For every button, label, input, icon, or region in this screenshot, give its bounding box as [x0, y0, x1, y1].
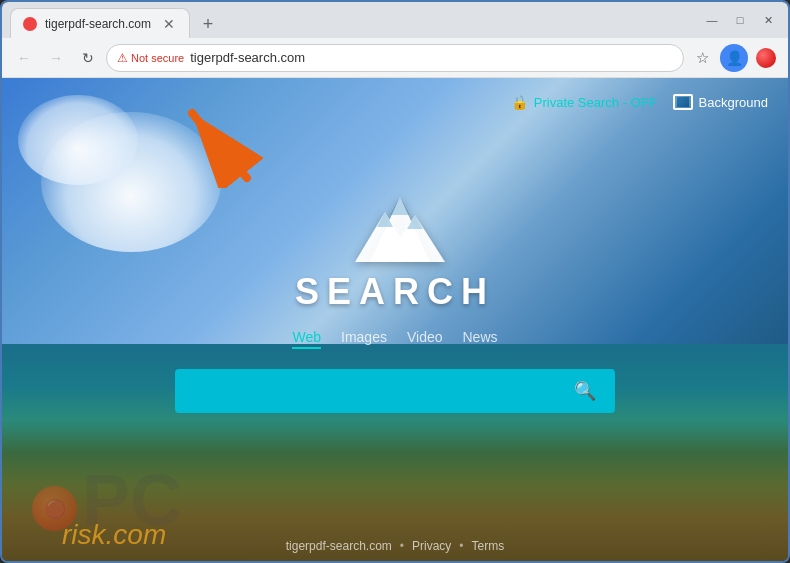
search-button[interactable]: 🔍: [569, 375, 601, 407]
footer-dot-1: •: [400, 539, 404, 553]
tab-favicon: [23, 17, 37, 31]
svg-marker-5: [390, 197, 410, 215]
footer-link-privacy[interactable]: Privacy: [412, 539, 451, 553]
page-footer: tigerpdf-search.com • Privacy • Terms: [286, 539, 504, 553]
cloud-2: [18, 95, 138, 185]
tab-title: tigerpdf-search.com: [45, 17, 151, 31]
profile-icon: 👤: [726, 50, 743, 66]
background-button[interactable]: Background: [673, 94, 768, 110]
search-bar[interactable]: 🔍: [175, 369, 615, 413]
center-content: SEARCH Web Images Video News 🔍: [175, 187, 615, 413]
forward-button[interactable]: →: [42, 44, 70, 72]
background-label: Background: [699, 95, 768, 110]
watermark-risk-text: risk.com: [62, 519, 166, 551]
search-icon: 🔍: [574, 380, 596, 402]
footer-link-terms[interactable]: Terms: [472, 539, 505, 553]
tab-area: tigerpdf-search.com ✕ +: [10, 2, 696, 38]
page-content: 🔴 PC risk.com 🔒 Private Search - OFF: [2, 78, 788, 561]
footer-link-site[interactable]: tigerpdf-search.com: [286, 539, 392, 553]
reload-button[interactable]: ↻: [74, 44, 102, 72]
lock-icon: 🔒: [511, 94, 528, 110]
footer-dot-2: •: [459, 539, 463, 553]
tab-close-button[interactable]: ✕: [161, 16, 177, 32]
private-search-label: Private Search - OFF: [534, 95, 657, 110]
logo-text: SEARCH: [295, 271, 495, 313]
tab-news[interactable]: News: [463, 329, 498, 349]
minimize-button[interactable]: —: [700, 8, 724, 32]
tab-images[interactable]: Images: [341, 329, 387, 349]
address-bar[interactable]: ⚠ Not secure tigerpdf-search.com: [106, 44, 684, 72]
tab-video[interactable]: Video: [407, 329, 443, 349]
top-right-controls: 🔒 Private Search - OFF Background: [511, 94, 768, 110]
bookmark-icon: ☆: [696, 49, 709, 67]
private-search-button[interactable]: 🔒 Private Search - OFF: [511, 94, 657, 110]
back-button[interactable]: ←: [10, 44, 38, 72]
browser-window: tigerpdf-search.com ✕ + — □ ✕ ← →: [0, 0, 790, 563]
browser-tab[interactable]: tigerpdf-search.com ✕: [10, 8, 190, 38]
warning-icon: ⚠: [117, 51, 128, 65]
extension-button[interactable]: [752, 44, 780, 72]
nav-right-buttons: ☆ 👤: [688, 44, 780, 72]
security-label: Not secure: [131, 52, 184, 64]
close-button[interactable]: ✕: [756, 8, 780, 32]
maximize-button[interactable]: □: [728, 8, 752, 32]
search-tabs: Web Images Video News: [292, 329, 497, 349]
title-bar: tigerpdf-search.com ✕ + — □ ✕: [2, 2, 788, 38]
security-badge: ⚠ Not secure: [117, 51, 184, 65]
navigation-bar: ← → ↻ ⚠ Not secure tigerpdf-search.com ☆…: [2, 38, 788, 78]
search-input[interactable]: [189, 369, 561, 413]
extension-icon: [756, 48, 776, 68]
mountain-svg: [335, 187, 455, 267]
mountain-logo: SEARCH: [295, 187, 495, 313]
profile-button[interactable]: 👤: [720, 44, 748, 72]
background-icon: [673, 94, 693, 110]
url-display: tigerpdf-search.com: [190, 50, 305, 65]
window-controls: — □ ✕: [700, 8, 780, 32]
tab-web[interactable]: Web: [292, 329, 321, 349]
bookmark-button[interactable]: ☆: [688, 44, 716, 72]
new-tab-button[interactable]: +: [194, 10, 222, 38]
